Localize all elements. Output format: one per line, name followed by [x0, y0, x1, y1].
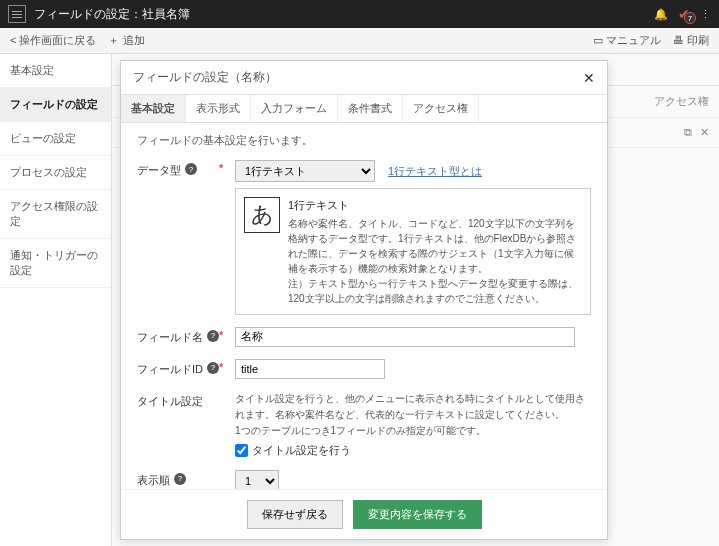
label-fieldid: フィールドID — [137, 362, 203, 377]
tab-format[interactable]: 条件書式 — [338, 95, 403, 122]
datatype-select[interactable]: 1行テキスト — [235, 160, 375, 182]
copy-icon[interactable]: ⧉ — [684, 126, 692, 139]
menu-icon[interactable] — [8, 5, 26, 23]
info-note: 注）テキスト型から一行テキスト型へデータ型を変更する際は、120文字以上の文字は… — [288, 276, 582, 306]
sub-bar: < 操作画面に戻る ＋ 追加 ▭ マニュアル 🖶 印刷 — [0, 28, 719, 54]
top-bar: フィールドの設定：社員名簿 🔔 ✔7 ⋮ — [0, 0, 719, 28]
kebab-icon[interactable]: ⋮ — [700, 8, 711, 21]
datatype-glyph: あ — [244, 197, 280, 233]
modal-title: フィールドの設定（名称） — [133, 69, 277, 86]
label-order: 表示順 — [137, 473, 170, 488]
help-icon[interactable]: ? — [207, 362, 219, 374]
titleset-hint1: タイトル設定を行うと、他のメニューに表示される時にタイトルとして使用されます。名… — [235, 391, 591, 423]
help-icon[interactable]: ? — [185, 163, 197, 175]
back-link[interactable]: < 操作画面に戻る — [10, 33, 96, 48]
order-select[interactable]: 1 — [235, 470, 279, 490]
info-title: 1行テキスト — [288, 197, 582, 214]
manual-link[interactable]: ▭ マニュアル — [593, 33, 661, 48]
close-row-icon[interactable]: ✕ — [700, 126, 709, 139]
label-fieldname: フィールド名 — [137, 330, 203, 345]
sidebar-item-field[interactable]: フィールドの設定 — [0, 88, 111, 122]
sidebar-item-basic[interactable]: 基本設定 — [0, 54, 111, 88]
fieldid-input[interactable] — [235, 359, 385, 379]
datatype-help-link[interactable]: 1行テキスト型とは — [388, 165, 482, 177]
titleset-hint2: 1つのテーブルにつき1フィールドのみ指定が可能です。 — [235, 423, 591, 439]
sidebar-item-view[interactable]: ビューの設定 — [0, 122, 111, 156]
help-icon[interactable]: ? — [207, 330, 219, 342]
sidebar: 基本設定 フィールドの設定 ビューの設定 プロセスの設定 アクセス権限の設定 通… — [0, 54, 112, 546]
bell-icon[interactable]: 🔔 — [654, 8, 668, 21]
titleset-checkbox[interactable] — [235, 444, 248, 457]
print-link[interactable]: 🖶 印刷 — [673, 33, 709, 48]
modal-desc: フィールドの基本設定を行います。 — [137, 133, 591, 148]
cancel-button[interactable]: 保存せず戻る — [247, 500, 343, 529]
notification-badge: 7 — [684, 12, 696, 24]
tab-basic[interactable]: 基本設定 — [121, 95, 186, 122]
label-titleset: タイトル設定 — [137, 394, 203, 409]
tab-display[interactable]: 表示形式 — [186, 95, 251, 122]
help-icon[interactable]: ? — [174, 473, 186, 485]
modal-tabs: 基本設定 表示形式 入力フォーム 条件書式 アクセス権 — [121, 95, 607, 123]
fieldname-input[interactable] — [235, 327, 575, 347]
required-mark: * — [219, 160, 235, 315]
page-title: フィールドの設定：社員名簿 — [34, 6, 190, 23]
datatype-info: あ 1行テキスト 名称や案件名、タイトル、コードなど、120文字以下の文字列を格… — [235, 188, 591, 315]
tab-access[interactable]: アクセス権 — [403, 95, 479, 122]
field-settings-modal: フィールドの設定（名称） ✕ 基本設定 表示形式 入力フォーム 条件書式 アクセ… — [120, 60, 608, 540]
modal-close-icon[interactable]: ✕ — [583, 70, 595, 86]
titleset-check-label: タイトル設定を行う — [252, 443, 351, 458]
sidebar-item-process[interactable]: プロセスの設定 — [0, 156, 111, 190]
info-body: 名称や案件名、タイトル、コードなど、120文字以下の文字列を格納するデータ型です… — [288, 216, 582, 276]
sidebar-item-access[interactable]: アクセス権限の設定 — [0, 190, 111, 239]
bg-col-access: アクセス権 — [654, 94, 709, 109]
sidebar-item-notify[interactable]: 通知・トリガーの設定 — [0, 239, 111, 288]
add-link[interactable]: ＋ 追加 — [108, 33, 144, 48]
tab-form[interactable]: 入力フォーム — [251, 95, 338, 122]
save-button[interactable]: 変更内容を保存する — [353, 500, 482, 529]
check-icon[interactable]: ✔7 — [678, 6, 690, 22]
label-datatype: データ型 — [137, 163, 181, 178]
